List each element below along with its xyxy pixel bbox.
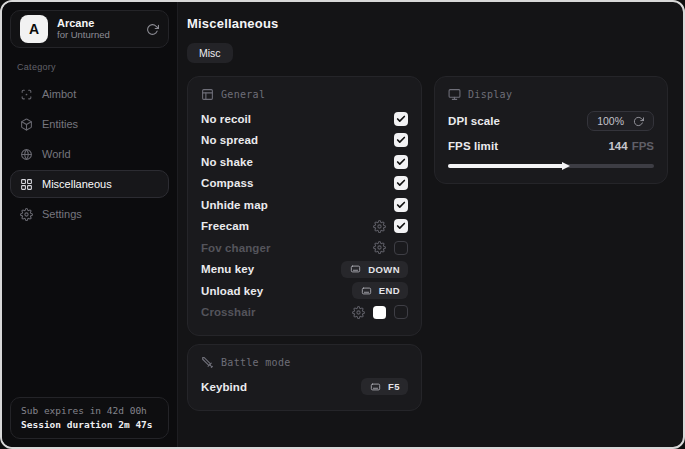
setting-row-fov-changer: Fov changer xyxy=(201,237,408,259)
sidebar: A Arcane for Unturned Category Aimbot En… xyxy=(2,2,178,447)
keybind-button-unload-key[interactable]: END xyxy=(352,282,408,299)
app-title: Arcane xyxy=(57,17,137,30)
sidebar-item-world[interactable]: World xyxy=(10,140,169,168)
checkbox-freecam[interactable] xyxy=(394,219,408,233)
dpi-scale-control[interactable]: 100% xyxy=(587,111,654,131)
setting-row-compass: Compass xyxy=(201,173,408,195)
panel-general: General No recoil No spread No shake xyxy=(187,76,422,336)
check-icon xyxy=(396,200,406,210)
slider-thumb[interactable] xyxy=(562,162,570,170)
checkbox-compass[interactable] xyxy=(394,176,408,190)
check-icon xyxy=(396,157,406,167)
keybind-button-menu-key[interactable]: DOWN xyxy=(341,261,408,278)
sidebar-item-aimbot[interactable]: Aimbot xyxy=(10,80,169,108)
slider-fill xyxy=(448,164,563,168)
setting-row-crosshair: Crosshair xyxy=(201,302,408,324)
main-content: Miscellaneous Misc General No recoil xyxy=(178,2,683,447)
settings-gear-icon[interactable] xyxy=(352,306,365,319)
globe-icon xyxy=(20,148,33,161)
grid-icon xyxy=(20,178,33,191)
session-duration-text: Session duration 2m 47s xyxy=(21,419,158,430)
setting-row-keybind: Keybind F5 xyxy=(201,376,408,398)
settings-gear-icon[interactable] xyxy=(373,241,386,254)
sidebar-item-label: Miscellaneous xyxy=(42,178,112,190)
sidebar-item-entities[interactable]: Entities xyxy=(10,110,169,138)
fps-limit-slider[interactable] xyxy=(448,161,654,171)
checkbox-crosshair[interactable] xyxy=(394,305,408,319)
panel-title: Battle mode xyxy=(221,357,291,368)
check-icon xyxy=(396,135,406,145)
gear-icon xyxy=(20,208,33,221)
category-label: Category xyxy=(17,62,162,72)
tab-bar: Misc xyxy=(187,43,668,63)
tab-misc[interactable]: Misc xyxy=(187,43,233,63)
keyboard-icon xyxy=(360,286,373,296)
fps-limit-value: 144FPS xyxy=(608,140,654,152)
sidebar-item-label: World xyxy=(42,148,71,160)
settings-gear-icon[interactable] xyxy=(373,220,386,233)
sub-expires-text: Sub expires in 42d 00h xyxy=(21,405,158,416)
crosshair-icon xyxy=(20,88,33,101)
keyboard-icon xyxy=(349,264,362,274)
sidebar-item-label: Settings xyxy=(42,208,82,220)
dpi-scale-value: 100% xyxy=(597,115,624,127)
setting-row-freecam: Freecam xyxy=(201,216,408,238)
layout-grid-icon xyxy=(201,88,214,101)
setting-row-unhide-map: Unhide map xyxy=(201,194,408,216)
check-icon xyxy=(396,114,406,124)
sidebar-nav: Aimbot Entities World Miscellaneous Sett… xyxy=(10,80,169,228)
sidebar-item-settings[interactable]: Settings xyxy=(10,200,169,228)
sidebar-item-miscellaneous[interactable]: Miscellaneous xyxy=(10,170,169,198)
panel-display: Display DPI scale 100% FPS limit 144FPS xyxy=(434,76,668,184)
app-window: A Arcane for Unturned Category Aimbot En… xyxy=(0,0,685,449)
avatar: A xyxy=(20,15,48,43)
check-icon xyxy=(396,221,406,231)
keybind-button-battle-mode[interactable]: F5 xyxy=(361,378,408,395)
checkbox-unhide-map[interactable] xyxy=(394,198,408,212)
sidebar-item-label: Entities xyxy=(42,118,78,130)
setting-row-no-shake: No shake xyxy=(201,151,408,173)
checkbox-no-shake[interactable] xyxy=(394,155,408,169)
setting-row-unload-key: Unload key END xyxy=(201,280,408,302)
panel-title: Display xyxy=(468,89,512,100)
subscription-card: Sub expires in 42d 00h Session duration … xyxy=(10,397,169,439)
sidebar-item-label: Aimbot xyxy=(42,88,76,100)
checkbox-fov-changer[interactable] xyxy=(394,241,408,255)
checkbox-no-recoil[interactable] xyxy=(394,112,408,126)
refresh-icon[interactable] xyxy=(146,23,159,36)
keyboard-icon xyxy=(369,382,382,392)
brand-card: A Arcane for Unturned xyxy=(10,10,169,48)
checkbox-no-spread[interactable] xyxy=(394,133,408,147)
setting-row-dpi-scale: DPI scale 100% xyxy=(448,108,654,134)
cube-icon xyxy=(20,118,33,131)
setting-row-no-spread: No spread xyxy=(201,130,408,152)
panel-battle-mode: Battle mode Keybind F5 xyxy=(187,344,422,411)
refresh-icon[interactable] xyxy=(633,116,644,127)
setting-row-fps-limit: FPS limit 144FPS xyxy=(448,135,654,157)
panel-title: General xyxy=(221,89,265,100)
color-swatch[interactable] xyxy=(373,306,386,319)
setting-row-menu-key: Menu key DOWN xyxy=(201,259,408,281)
app-subtitle: for Unturned xyxy=(57,30,137,41)
setting-row-no-recoil: No recoil xyxy=(201,108,408,130)
page-title: Miscellaneous xyxy=(187,16,668,31)
monitor-icon xyxy=(448,88,461,101)
sword-icon xyxy=(201,356,214,369)
check-icon xyxy=(396,178,406,188)
